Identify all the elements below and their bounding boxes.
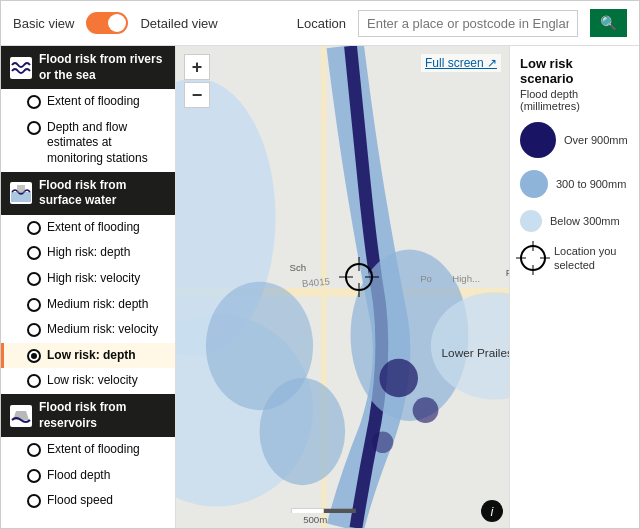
legend-circle-300to900 (520, 170, 548, 198)
reservoirs-icon (9, 404, 33, 428)
legend-subtitle: Flood depth (millimetres) (520, 88, 629, 112)
svg-point-15 (413, 397, 439, 423)
fullscreen-link[interactable]: Full screen ↗ (421, 54, 501, 72)
svg-text:High...: High... (452, 273, 480, 284)
lc-left (516, 258, 526, 259)
section-reservoirs-title: Flood risk from reservoirs (39, 400, 167, 431)
svg-point-16 (372, 432, 393, 453)
svg-point-14 (379, 359, 418, 398)
radio-surface-extent (27, 221, 41, 235)
radio-surface-low-depth (27, 349, 41, 363)
zoom-in-button[interactable]: + (184, 54, 210, 80)
surface-icon (9, 181, 33, 205)
legend-label-300to900: 300 to 900mm (556, 177, 626, 191)
crosshair-marker (345, 263, 373, 291)
sidebar-item-surface-high-velocity[interactable]: High risk: velocity (1, 266, 175, 292)
sidebar-item-res-speed[interactable]: Flood speed (1, 488, 175, 514)
main-area: Flood risk from rivers or the sea Extent… (1, 46, 639, 528)
detailed-view-label: Detailed view (140, 16, 217, 31)
radio-surface-medium-velocity (27, 323, 41, 337)
sidebar-item-surface-low-velocity[interactable]: Low risk: velocity (1, 368, 175, 394)
app-container: Basic view Detailed view Location 🔍 Floo… (0, 0, 640, 529)
radio-surface-high-depth (27, 246, 41, 260)
zoom-out-button[interactable]: − (184, 82, 210, 108)
sidebar-item-surface-medium-depth[interactable]: Medium risk: depth (1, 292, 175, 318)
radio-rivers-extent (27, 95, 41, 109)
sidebar-item-res-extent[interactable]: Extent of flooding (1, 437, 175, 463)
sidebar-item-surface-high-depth[interactable]: High risk: depth (1, 240, 175, 266)
sidebar-item-surface-extent[interactable]: Extent of flooding (1, 215, 175, 241)
radio-surface-medium-depth (27, 298, 41, 312)
sidebar-item-rivers-extent[interactable]: Extent of flooding (1, 89, 175, 115)
svg-rect-22 (292, 509, 324, 513)
top-bar: Basic view Detailed view Location 🔍 (1, 1, 639, 46)
location-input[interactable] (358, 10, 578, 37)
radio-surface-high-velocity (27, 272, 41, 286)
search-button[interactable]: 🔍 (590, 9, 627, 37)
sidebar: Flood risk from rivers or the sea Extent… (1, 46, 176, 528)
legend-circle-below300 (520, 210, 542, 232)
rivers-icon (9, 56, 33, 80)
radio-surface-low-velocity (27, 374, 41, 388)
map-container[interactable]: Lower Prailes B4015 Po High... 500m PW S… (176, 46, 509, 528)
sidebar-item-rivers-depth[interactable]: Depth and flow estimates at monitoring s… (1, 115, 175, 172)
radio-res-extent (27, 443, 41, 457)
legend-panel: Low risk scenario Flood depth (millimetr… (509, 46, 639, 528)
legend-circle-over900 (520, 122, 556, 158)
section-reservoirs-header: Flood risk from reservoirs (1, 394, 175, 437)
section-rivers-header: Flood risk from rivers or the sea (1, 46, 175, 89)
legend-item-300to900: 300 to 900mm (520, 170, 629, 198)
legend-crosshair-icon (520, 245, 546, 271)
legend-item-over900: Over 900mm (520, 122, 629, 158)
svg-point-13 (259, 378, 345, 485)
legend-label-over900: Over 900mm (564, 133, 628, 147)
section-surface-header: Flood risk from surface water (1, 172, 175, 215)
zoom-controls: + − (184, 54, 210, 108)
svg-text:500m: 500m (303, 514, 327, 525)
location-label: Location (297, 16, 346, 31)
crosshair-left (339, 277, 353, 278)
view-toggle[interactable] (86, 12, 128, 34)
map-svg: Lower Prailes B4015 Po High... 500m PW S… (176, 46, 509, 528)
section-rivers-title: Flood risk from rivers or the sea (39, 52, 167, 83)
sidebar-item-surface-low-depth[interactable]: Low risk: depth (1, 343, 175, 369)
radio-rivers-depth (27, 121, 41, 135)
svg-text:PW: PW (506, 267, 509, 278)
section-surface-title: Flood risk from surface water (39, 178, 167, 209)
svg-rect-3 (17, 185, 25, 193)
basic-view-label: Basic view (13, 16, 74, 31)
sidebar-item-surface-medium-velocity[interactable]: Medium risk: velocity (1, 317, 175, 343)
crosshair-bottom (359, 283, 360, 297)
legend-label-below300: Below 300mm (550, 214, 620, 228)
svg-text:Lower Prailes: Lower Prailes (442, 346, 509, 359)
svg-text:Po: Po (420, 273, 432, 284)
svg-text:Sch: Sch (289, 262, 306, 273)
map-info-button[interactable]: i (481, 500, 503, 522)
legend-item-below300: Below 300mm (520, 210, 629, 232)
legend-item-location: Location you selected (520, 244, 629, 273)
legend-title: Low risk scenario (520, 56, 629, 86)
sidebar-item-res-depth[interactable]: Flood depth (1, 463, 175, 489)
radio-res-depth (27, 469, 41, 483)
lc-bottom (533, 265, 534, 275)
radio-res-speed (27, 494, 41, 508)
legend-label-location: Location you selected (554, 244, 629, 273)
